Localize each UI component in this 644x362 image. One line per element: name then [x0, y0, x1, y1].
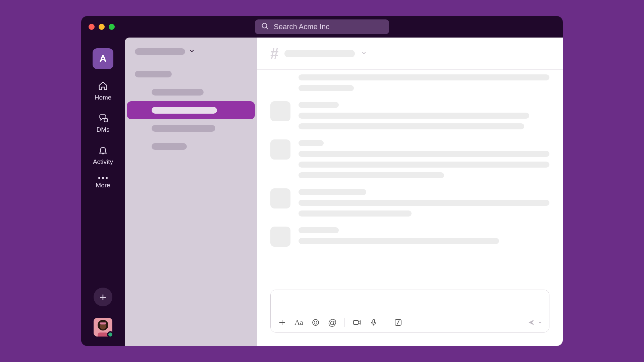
traffic-lights: [89, 24, 115, 30]
emoji-icon[interactable]: [311, 318, 320, 327]
separator: [386, 318, 386, 327]
svg-rect-6: [100, 322, 106, 324]
nav-activity[interactable]: Activity: [93, 145, 113, 166]
sidebar-channel-item[interactable]: [125, 83, 257, 101]
workspace-initial: A: [99, 53, 107, 64]
svg-point-10: [313, 319, 319, 325]
nav-dms-label: DMs: [96, 126, 109, 133]
placeholder-text: [299, 210, 412, 217]
slash-command-icon[interactable]: [393, 318, 403, 327]
placeholder-text: [299, 238, 499, 244]
placeholder-text: [152, 143, 187, 150]
svg-line-18: [397, 320, 399, 324]
message-item: [270, 101, 549, 129]
placeholder-text: [299, 140, 324, 146]
placeholder-text: [152, 89, 204, 96]
nav-activity-label: Activity: [93, 158, 113, 166]
sidebar-channel-item[interactable]: [125, 119, 257, 137]
message-item: [270, 74, 549, 91]
svg-rect-15: [373, 319, 375, 323]
audio-icon[interactable]: [369, 318, 378, 327]
sidebar-channel-item[interactable]: [127, 101, 255, 119]
message-item: [270, 139, 549, 178]
svg-marker-14: [358, 321, 360, 324]
search-bar[interactable]: [255, 19, 389, 34]
sidebar-channel-item[interactable]: [125, 137, 257, 156]
presence-indicator: [107, 331, 114, 338]
placeholder-text: [299, 189, 366, 195]
message-avatar: [270, 227, 290, 247]
composer-input[interactable]: [271, 290, 549, 313]
format-icon[interactable]: Aa: [294, 318, 304, 327]
workspace-name-placeholder: [135, 48, 185, 55]
mention-icon[interactable]: @: [328, 318, 337, 327]
placeholder-text: [299, 227, 339, 233]
channel-header[interactable]: #: [257, 38, 563, 70]
activity-icon: [98, 145, 108, 156]
search-input[interactable]: [274, 22, 383, 31]
placeholder-text: [299, 200, 549, 206]
user-avatar[interactable]: [94, 318, 112, 337]
send-button[interactable]: [528, 319, 542, 326]
hash-icon: #: [270, 45, 278, 62]
workspace-header[interactable]: [125, 48, 257, 65]
svg-point-11: [314, 321, 315, 322]
home-icon: [98, 80, 108, 91]
message-avatar: [270, 139, 290, 160]
composer-toolbar: Aa @: [271, 313, 549, 332]
titlebar: [81, 16, 563, 38]
window-zoom-button[interactable]: [109, 24, 115, 30]
svg-point-2: [104, 118, 108, 122]
svg-rect-13: [354, 320, 358, 324]
channel-name-placeholder: [284, 50, 355, 57]
placeholder-text: [299, 151, 549, 157]
dms-icon: [98, 113, 108, 123]
svg-point-0: [262, 23, 267, 28]
placeholder-text: [152, 107, 217, 114]
channel-main: # Aa @: [257, 38, 563, 346]
placeholder-text: [299, 85, 354, 91]
workspace-switcher[interactable]: A: [93, 48, 113, 69]
channel-sidebar: [125, 38, 257, 346]
window-minimize-button[interactable]: [99, 24, 105, 30]
chevron-down-icon: [189, 48, 195, 56]
separator: [344, 318, 345, 327]
video-icon[interactable]: [352, 318, 362, 327]
nav-home[interactable]: Home: [95, 80, 112, 101]
placeholder-text: [299, 172, 444, 178]
message-composer[interactable]: Aa @: [270, 290, 549, 333]
nav-more-label: More: [96, 182, 110, 189]
nav-dms[interactable]: DMs: [96, 113, 109, 133]
app-window: A Home DMs Activity: [81, 16, 563, 346]
placeholder-text: [299, 123, 524, 129]
more-icon: [98, 177, 108, 179]
search-icon: [261, 22, 269, 32]
nav-more[interactable]: More: [96, 177, 110, 189]
nav-rail: A Home DMs Activity: [81, 38, 125, 346]
placeholder-text: [152, 125, 215, 132]
message-avatar: [270, 101, 290, 121]
window-close-button[interactable]: [89, 24, 95, 30]
nav-home-label: Home: [95, 94, 112, 101]
create-new-button[interactable]: +: [94, 288, 112, 306]
svg-line-1: [266, 27, 268, 29]
placeholder-text: [135, 71, 172, 77]
sidebar-section-header[interactable]: [125, 65, 257, 83]
placeholder-text: [299, 113, 529, 119]
chevron-down-icon: [361, 50, 367, 57]
plus-icon[interactable]: [277, 318, 287, 327]
placeholder-text: [299, 102, 339, 108]
placeholder-text: [299, 74, 549, 80]
message-item: [270, 227, 549, 247]
placeholder-text: [299, 162, 549, 168]
message-avatar: [270, 188, 290, 208]
message-list: [257, 70, 563, 283]
svg-point-12: [316, 321, 317, 322]
chevron-down-icon: [538, 320, 542, 325]
plus-icon: +: [100, 291, 106, 304]
message-item: [270, 188, 549, 217]
